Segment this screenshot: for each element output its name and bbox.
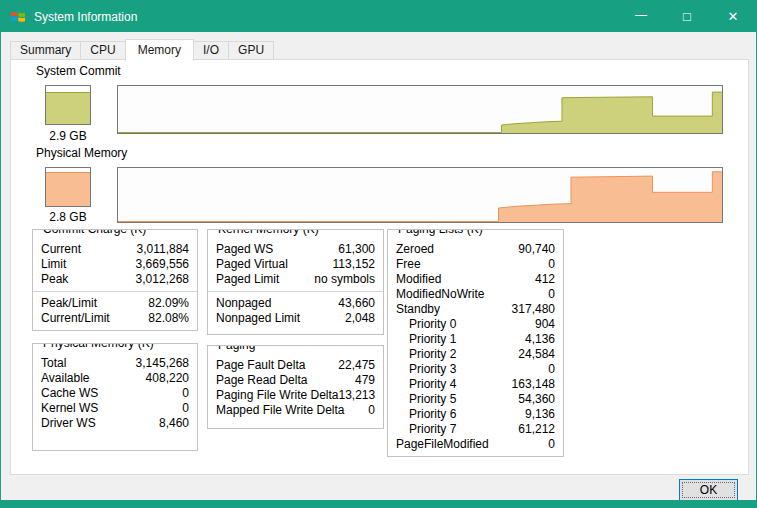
memory-tab-page: System Commit 2.9 GB Physical Memory 2.8… [10,59,749,475]
stat-row: Priority 4163,148 [396,377,555,392]
stat-row: Priority 224,584 [396,347,555,362]
stat-label: Paged WS [216,242,273,257]
physical-memory-label: Physical Memory [36,146,127,160]
close-button[interactable]: ✕ [710,1,756,32]
stat-row: Paged WS61,300 [216,242,375,257]
stat-label: Cache WS [41,386,98,401]
stat-row: Priority 554,360 [396,392,555,407]
stat-label: Limit [41,257,66,272]
stat-value: 0 [548,437,555,452]
stat-value: 43,660 [338,296,375,311]
tab-gpu[interactable]: GPU [228,41,274,60]
stat-label: Priority 0 [396,317,456,332]
windows-logo-icon [10,9,26,25]
close-icon: ✕ [728,9,739,24]
stat-row: Total3,145,268 [41,356,189,371]
stat-value: 8,460 [159,416,189,431]
stat-label: Standby [396,302,440,317]
stat-label: Page Fault Delta [216,358,305,373]
stat-label: Kernel WS [41,401,98,416]
stat-row: Current3,011,884 [41,242,189,257]
stat-value: 0 [368,403,375,418]
window-controls: — □ ✕ [618,1,756,32]
stat-label: Nonpaged [216,296,271,311]
stat-label: Paging File Write Delta [216,388,339,403]
physical-memory-gauge-fill [46,172,90,206]
stat-value: 24,584 [518,347,555,362]
system-commit-value: 2.9 GB [39,129,97,143]
system-commit-history-graph [117,85,723,134]
stat-row: Paged Limitno symbols [216,272,375,287]
stat-label: Mapped File Write Delta [216,403,345,418]
tab-i-o[interactable]: I/O [193,41,229,60]
stat-label: Priority 7 [396,422,456,437]
tab-strip: SummaryCPUMemoryI/OGPU [10,38,273,60]
separator [208,291,383,292]
stat-row: Current/Limit82.08% [41,311,189,326]
stat-label: Free [396,257,421,272]
panel-title: Commit Charge (K) [39,229,150,236]
stat-label: Peak/Limit [41,296,97,311]
stat-label: Priority 2 [396,347,456,362]
titlebar: System Information — □ ✕ [1,1,756,32]
stat-value: 22,475 [338,358,375,373]
stat-value: 3,669,556 [136,257,189,272]
stat-value: 3,011,884 [137,242,190,257]
panel-paging: Paging Page Fault Delta22,475Page Read D… [207,345,384,429]
stat-label: Available [41,371,89,386]
stat-row: Paged Virtual113,152 [216,257,375,272]
stat-value: 113,152 [333,257,376,272]
panel-paging-lists: Paging Lists (K) Zeroed90,740Free0Modifi… [387,229,564,457]
tab-cpu[interactable]: CPU [80,41,125,60]
stat-value: 904 [535,317,555,332]
stat-value: 13,213 [339,388,376,403]
system-commit-gauge-fill [46,92,90,124]
stat-row: Nonpaged Limit2,048 [216,311,375,326]
panel-title: Physical Memory (K) [39,343,158,350]
stat-label: Paged Limit [216,272,279,287]
stat-value: 82.08% [148,311,189,326]
stat-row: Peak/Limit82.09% [41,296,189,311]
stat-label: Priority 4 [396,377,456,392]
stat-label: Priority 3 [396,362,456,377]
stat-row: Priority 761,212 [396,422,555,437]
stat-label: Driver WS [41,416,96,431]
maximize-button[interactable]: □ [664,1,710,32]
minimize-button[interactable]: — [618,1,664,32]
stat-label: Total [41,356,66,371]
tab-memory[interactable]: Memory [125,39,194,61]
stat-row: Zeroed90,740 [396,242,555,257]
stat-row: Mapped File Write Delta0 [216,403,375,418]
stat-row: Paging File Write Delta13,213 [216,388,375,403]
physical-memory-gauge [45,167,91,207]
stat-value: 3,012,268 [136,272,189,287]
stat-row: Kernel WS0 [41,401,189,416]
stat-value: 3,145,268 [136,356,189,371]
stat-value: 90,740 [518,242,555,257]
tab-summary[interactable]: Summary [10,41,81,60]
stat-value: 412 [535,272,555,287]
stat-row: Page Fault Delta22,475 [216,358,375,373]
system-commit-gauge [45,85,91,125]
stat-label: Current/Limit [41,311,110,326]
stat-label: Priority 6 [396,407,456,422]
stat-value: 0 [548,362,555,377]
stat-value: 0 [548,257,555,272]
stat-row: Priority 0904 [396,317,555,332]
stat-row: PageFileModified0 [396,437,555,452]
panel-title: Paging Lists (K) [394,229,487,236]
stat-row: Free0 [396,257,555,272]
stat-value: 163,148 [512,377,555,392]
window-title: System Information [34,10,137,24]
stat-value: no symbols [314,272,375,287]
stat-row: Driver WS8,460 [41,416,189,431]
stat-row: Modified412 [396,272,555,287]
stat-label: PageFileModified [396,437,489,452]
ok-button[interactable]: OK [679,479,738,501]
stat-row: Standby317,480 [396,302,555,317]
stat-label: Priority 1 [396,332,456,347]
panel-physical-memory: Physical Memory (K) Total3,145,268Availa… [32,343,198,451]
minimize-icon: — [635,8,647,22]
stat-row: Nonpaged43,660 [216,296,375,311]
stat-value: 479 [355,373,375,388]
